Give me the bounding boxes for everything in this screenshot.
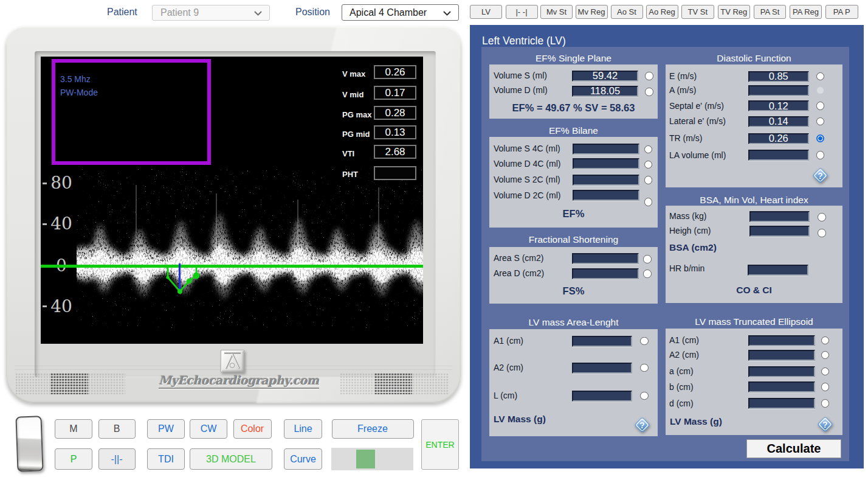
al-a1-input[interactable]	[572, 336, 632, 347]
calculate-button[interactable]: Calculate	[746, 439, 841, 458]
nav-button-pa-st[interactable]: PA St	[754, 5, 786, 19]
hr-input[interactable]	[748, 265, 808, 276]
nav-button-tv-st[interactable]: TV St	[681, 5, 714, 19]
al-a1-radio[interactable]	[640, 337, 649, 346]
volume-d4c-radio[interactable]	[644, 161, 653, 169]
septal-e-radio[interactable]	[816, 102, 825, 110]
speaker-grille-dark-zone	[50, 373, 88, 394]
volume-s-radio[interactable]	[645, 72, 653, 80]
area-d-radio[interactable]	[643, 270, 652, 278]
la-volume-radio[interactable]	[816, 151, 825, 159]
lateral-e-input[interactable]: 0.14	[748, 116, 809, 127]
te-a1-radio[interactable]	[821, 336, 830, 345]
svg-text:?: ?	[818, 171, 823, 181]
te-a-input[interactable]	[748, 366, 816, 377]
field-label: A1 (cm)	[669, 335, 699, 346]
volume-s2c-input[interactable]	[573, 175, 639, 186]
button-m-mode[interactable]: M	[55, 419, 92, 439]
volume-d2c-input[interactable]	[573, 190, 639, 201]
lv-panel: Left Ventricle (LV) EF% Single Plane Vol…	[470, 25, 864, 468]
e-wave-radio[interactable]	[816, 72, 825, 81]
nav-button-calipers[interactable]: |- -|	[506, 5, 538, 19]
volume-s4c-input[interactable]	[573, 144, 639, 155]
button-enter[interactable]: ENTER	[421, 419, 459, 470]
button-color-mode[interactable]: Color	[233, 419, 272, 439]
te-a-radio[interactable]	[821, 367, 830, 376]
card-diastolic: E (m/s) 0.85 A (m/s) Septal e' (m/s) 0.1…	[666, 64, 842, 187]
help-icon[interactable]: ?	[811, 167, 830, 185]
button-3d-model[interactable]: 3D MODEL	[190, 448, 272, 470]
height-radio[interactable]	[818, 229, 826, 237]
volume-d-radio[interactable]	[645, 88, 653, 96]
button-freeze[interactable]: Freeze	[332, 419, 414, 439]
section-header-lvmass-te: LV mass Truncated Ellipsoid	[666, 316, 842, 327]
septal-e-input[interactable]: 0.12	[748, 100, 809, 111]
volume-d4c-input[interactable]	[573, 158, 639, 169]
section-header-lvmass-al: LV mass Area-Lenght	[489, 317, 658, 328]
area-d-input[interactable]	[572, 268, 639, 279]
gain-slider[interactable]	[331, 448, 413, 470]
te-a2-input[interactable]	[748, 350, 816, 361]
e-wave-input[interactable]: 0.85	[748, 71, 809, 82]
volume-s2c-radio[interactable]	[644, 176, 653, 184]
ultrasound-screen[interactable]: 3.5 Mhz PW-Mode 80 40 0 40 V max V mid P…	[41, 57, 423, 344]
te-b-radio[interactable]	[821, 383, 830, 391]
field-label: Volume D 4C (ml)	[494, 159, 560, 169]
la-volume-input[interactable]	[748, 150, 809, 161]
a-wave-input[interactable]	[748, 85, 809, 96]
nav-button-mv-reg[interactable]: Mv Reg	[576, 5, 608, 19]
brand-text-label: MyEchocardiography.com	[159, 374, 319, 389]
button-pw-mode[interactable]: PW	[147, 419, 185, 439]
field-label: A1 (cm)	[494, 336, 523, 346]
tr-radio[interactable]	[816, 134, 825, 143]
nav-button-mv-st[interactable]: Mv St	[540, 5, 573, 19]
field-label: Heigh (cm)	[669, 226, 711, 236]
probe-handle[interactable]	[15, 416, 43, 472]
button-p[interactable]: P	[55, 448, 92, 470]
tr-input[interactable]: 0.26	[748, 133, 809, 144]
position-select[interactable]: Apical 4 Chamber	[342, 4, 459, 21]
button-tdi[interactable]: TDI	[147, 448, 185, 470]
mass-input[interactable]	[749, 211, 810, 222]
lv-mass-al-label: LV Mass (g)	[494, 414, 546, 425]
height-input[interactable]	[749, 226, 810, 237]
volume-s-input[interactable]: 59.42	[572, 71, 638, 82]
nav-button-ao-reg[interactable]: Ao Reg	[646, 5, 678, 19]
button-calipers[interactable]: -||-	[98, 448, 136, 470]
volume-d2c-radio[interactable]	[644, 198, 653, 206]
nav-button-tv-reg[interactable]: TV Reg	[718, 5, 751, 19]
button-curve[interactable]: Curve	[284, 448, 322, 470]
measurement-value	[374, 166, 416, 180]
nav-button-pa-reg[interactable]: PA Reg	[790, 5, 822, 19]
te-a2-radio[interactable]	[821, 351, 830, 360]
speaker-grille-dark-zone	[374, 373, 412, 394]
mass-radio[interactable]	[818, 213, 826, 221]
section-header-fractional: Fractional Shortening	[489, 234, 658, 245]
volume-d-input[interactable]: 118.05	[572, 86, 638, 97]
nav-button-ao-st[interactable]: Ao St	[611, 5, 643, 19]
te-a1-input[interactable]	[748, 335, 816, 346]
lateral-e-radio[interactable]	[816, 117, 825, 126]
te-d-radio[interactable]	[821, 399, 830, 408]
patient-select[interactable]: Patient 9	[152, 5, 270, 21]
al-a2-radio[interactable]	[640, 364, 649, 372]
al-a2-input[interactable]	[572, 363, 632, 374]
area-s-radio[interactable]	[643, 255, 652, 263]
al-l-input[interactable]	[572, 391, 632, 402]
card-bsa: Mass (kg) Heigh (cm) BSA (cm2) HR b/min …	[666, 206, 842, 303]
button-line[interactable]: Line	[284, 419, 322, 439]
button-b-mode[interactable]: B	[98, 419, 136, 439]
te-d-input[interactable]	[748, 398, 816, 409]
te-b-input[interactable]	[748, 381, 816, 392]
nav-button-lv[interactable]: LV	[470, 5, 502, 19]
gain-slider-thumb[interactable]	[356, 450, 375, 468]
help-icon[interactable]: ?	[633, 416, 652, 434]
help-icon[interactable]: ?	[816, 416, 835, 434]
co-ci-label: CO & CI	[666, 285, 842, 296]
al-l-radio[interactable]	[640, 392, 649, 400]
area-s-input[interactable]	[572, 253, 639, 264]
button-cw-mode[interactable]: CW	[190, 419, 227, 439]
nav-button-pa-p[interactable]: PA P	[825, 5, 858, 19]
measurement-value: 0.17	[374, 86, 416, 100]
volume-s4c-radio[interactable]	[644, 145, 653, 154]
